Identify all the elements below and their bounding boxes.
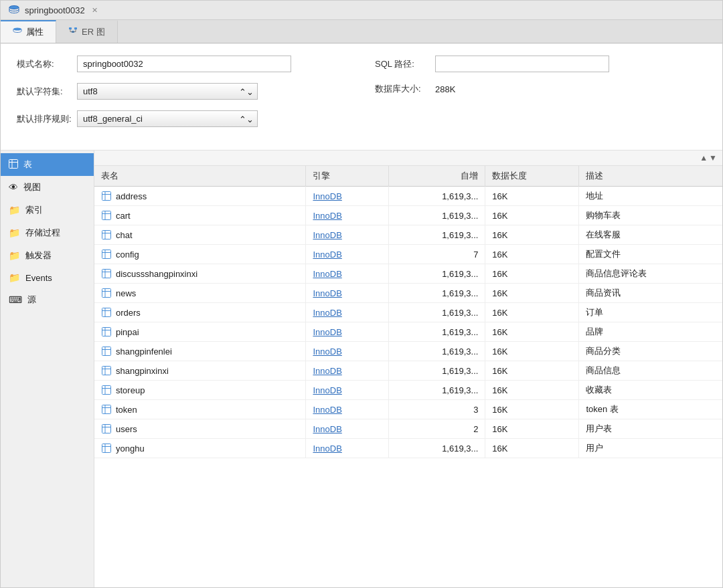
engine-link[interactable]: InnoDB — [313, 288, 341, 298]
table-row[interactable]: discussshangpinxinxi InnoDB 1,619,3... 1… — [94, 264, 722, 284]
svg-rect-37 — [102, 347, 111, 356]
svg-rect-40 — [102, 367, 111, 375]
table-row[interactable]: orders InnoDB 1,619,3... 16K 订单 — [94, 303, 722, 322]
cell-name: config — [94, 245, 306, 264]
svg-rect-16 — [102, 211, 111, 220]
table-row[interactable]: pinpai InnoDB 1,619,3... 16K 品牌 — [94, 322, 722, 342]
engine-link[interactable]: InnoDB — [313, 405, 341, 415]
svg-rect-4 — [74, 27, 77, 29]
row-table-icon — [101, 404, 112, 415]
cell-desc: 商品信息 — [579, 361, 722, 381]
sidebar-item-trigger[interactable]: 📁 触发器 — [1, 244, 94, 267]
sort-rule-select[interactable]: utf8_general_ci utf8_unicode_ci utf8_bin — [77, 110, 258, 127]
sql-path-label: SQL 路径: — [375, 58, 435, 70]
col-header-engine[interactable]: 引擎 — [306, 166, 389, 187]
mode-name-label: 模式名称: — [17, 58, 77, 70]
engine-link[interactable]: InnoDB — [313, 327, 341, 337]
sidebar-index-label: 索引 — [25, 204, 43, 216]
cell-autoinc: 7 — [389, 245, 485, 264]
sidebar-item-index[interactable]: 📁 索引 — [1, 199, 94, 221]
row-table-name: storeup — [116, 385, 145, 395]
table-row[interactable]: news InnoDB 1,619,3... 16K 商品资讯 — [94, 284, 722, 303]
engine-link[interactable]: InnoDB — [313, 191, 341, 201]
row-table-name: chat — [116, 230, 133, 240]
engine-link[interactable]: InnoDB — [313, 347, 341, 357]
close-icon[interactable]: ✕ — [90, 6, 99, 15]
row-table-name: orders — [116, 308, 141, 318]
cell-desc: 商品信息评论表 — [579, 264, 722, 284]
sidebar-item-events[interactable]: 📁 Events — [1, 267, 94, 288]
cell-engine: InnoDB — [306, 419, 389, 439]
engine-link[interactable]: InnoDB — [313, 385, 341, 395]
svg-rect-19 — [102, 231, 111, 239]
properties-tab-icon — [13, 27, 22, 38]
table-row[interactable]: users InnoDB 2 16K 用户表 — [94, 419, 722, 439]
row-table-icon — [101, 385, 112, 395]
tab-properties[interactable]: 属性 — [1, 20, 56, 43]
row-table-icon — [101, 443, 112, 454]
cell-desc: 在线客服 — [579, 225, 722, 245]
col-header-autoinc[interactable]: 自增 — [389, 166, 485, 187]
row-table-icon — [101, 210, 112, 221]
sidebar-source-label: 源 — [27, 294, 36, 306]
col-header-name[interactable]: 表名 — [94, 166, 306, 187]
charset-select[interactable]: utf8 utf8mb4 latin1 gbk — [77, 83, 258, 100]
table-row[interactable]: address InnoDB 1,619,3... 16K 地址 — [94, 187, 722, 206]
engine-link[interactable]: InnoDB — [313, 308, 341, 318]
cell-engine: InnoDB — [306, 284, 389, 303]
engine-link[interactable]: InnoDB — [313, 444, 341, 454]
sort-down-icon[interactable]: ▼ — [709, 153, 717, 163]
events-icon: 📁 — [9, 272, 20, 283]
sidebar-procedure-label: 存储过程 — [25, 227, 60, 239]
cell-datalen: 16K — [485, 342, 579, 361]
cell-desc: 商品资讯 — [579, 284, 722, 303]
cell-name: orders — [94, 303, 306, 322]
cell-autoinc: 1,619,3... — [389, 342, 485, 361]
row-table-name: pinpai — [116, 327, 139, 337]
sort-up-icon[interactable]: ▲ — [700, 153, 708, 163]
sidebar-item-procedure[interactable]: 📁 存储过程 — [1, 221, 94, 244]
cell-autoinc: 1,619,3... — [389, 361, 485, 381]
col-header-desc[interactable]: 描述 — [579, 166, 722, 187]
view-icon: 👁 — [9, 182, 18, 193]
engine-link[interactable]: InnoDB — [313, 269, 341, 279]
cell-name: storeup — [94, 381, 306, 400]
cell-datalen: 16K — [485, 245, 579, 264]
row-table-icon — [101, 249, 112, 260]
tab-er[interactable]: ER 图 — [56, 20, 118, 43]
svg-rect-34 — [102, 328, 111, 336]
sidebar-item-source[interactable]: ⌨ 源 — [1, 288, 94, 311]
sidebar-item-table[interactable]: 表 — [1, 153, 94, 176]
table-row[interactable]: token InnoDB 3 16K token 表 — [94, 400, 722, 419]
cell-engine: InnoDB — [306, 206, 389, 225]
svg-rect-25 — [102, 270, 111, 278]
table-row[interactable]: shangpinxinxi InnoDB 1,619,3... 16K 商品信息 — [94, 361, 722, 381]
col-header-datalen[interactable]: 数据长度 — [485, 166, 579, 187]
engine-link[interactable]: InnoDB — [313, 211, 341, 221]
table-row[interactable]: yonghu InnoDB 1,619,3... 16K 用户 — [94, 439, 722, 458]
engine-link[interactable]: InnoDB — [313, 230, 341, 240]
table-row[interactable]: shangpinfenlei InnoDB 1,619,3... 16K 商品分… — [94, 342, 722, 361]
table-row[interactable]: chat InnoDB 1,619,3... 16K 在线客服 — [94, 225, 722, 245]
cell-name: cart — [94, 206, 306, 225]
cell-autoinc: 1,619,3... — [389, 187, 485, 206]
mode-name-input[interactable] — [77, 56, 291, 72]
cell-datalen: 16K — [485, 303, 579, 322]
engine-link[interactable]: InnoDB — [313, 424, 341, 434]
cell-name: shangpinxinxi — [94, 361, 306, 381]
sidebar-item-view[interactable]: 👁 视图 — [1, 176, 94, 199]
row-table-name: config — [116, 250, 139, 260]
cell-desc: 用户表 — [579, 419, 722, 439]
engine-link[interactable]: InnoDB — [313, 366, 341, 376]
table-row[interactable]: cart InnoDB 1,619,3... 16K 购物车表 — [94, 206, 722, 225]
row-table-icon — [101, 346, 112, 357]
row-table-name: address — [116, 191, 147, 201]
sidebar-table-label: 表 — [23, 159, 32, 171]
sql-path-input[interactable] — [435, 56, 609, 72]
table-row[interactable]: storeup InnoDB 1,619,3... 16K 收藏表 — [94, 381, 722, 400]
row-table-icon — [101, 423, 112, 434]
table-row[interactable]: config InnoDB 7 16K 配置文件 — [94, 245, 722, 264]
tab-er-label: ER 图 — [82, 26, 105, 38]
charset-label: 默认字符集: — [17, 86, 77, 98]
engine-link[interactable]: InnoDB — [313, 250, 341, 260]
